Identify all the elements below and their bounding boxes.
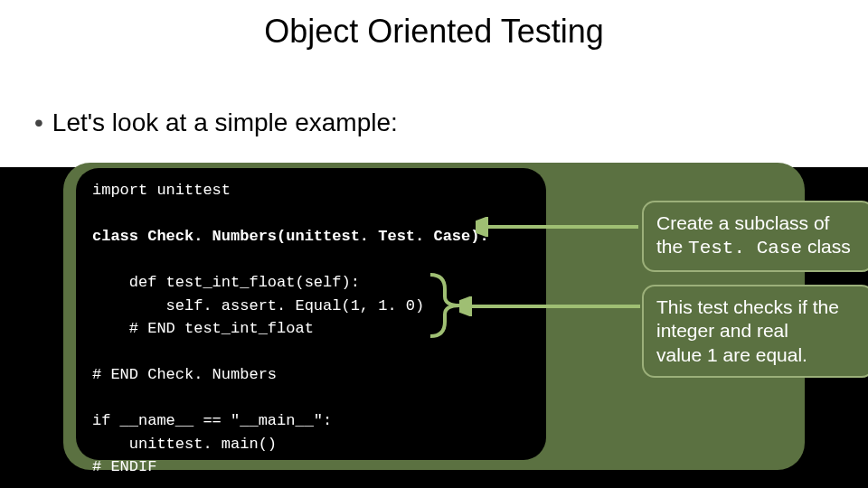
code-line-1: import unittest xyxy=(92,182,231,199)
slide-title: Object Oriented Testing xyxy=(0,13,868,51)
code-line-8: unittest. main() xyxy=(92,436,277,453)
code-line-4: self. assert. Equal(1, 1. 0) xyxy=(92,297,424,314)
code-line-7: if __name__ == "__main__": xyxy=(92,412,332,429)
arrow-subclass xyxy=(476,217,642,237)
bullet-text: Let's look at a simple example: xyxy=(52,108,398,136)
callout-subclass: Create a subclass of the Test. Case clas… xyxy=(642,201,868,272)
callout-subclass-line2-pre: the xyxy=(656,236,688,257)
code-line-3: def test_int_float(self): xyxy=(92,274,360,291)
bullet-row: •Let's look at a simple example: xyxy=(34,108,398,137)
callout-subclass-line1: Create a subclass of xyxy=(656,212,829,233)
callout-testcheck-line1: This test checks if the xyxy=(656,296,839,317)
callout-subclass-line2-post: class xyxy=(802,236,851,257)
arrow-testcheck xyxy=(459,296,644,316)
callout-testcheck-line3: value 1 are equal. xyxy=(656,344,807,365)
callout-testcheck-line2: integer and real xyxy=(656,320,788,341)
code-line-5: # END test_int_float xyxy=(92,320,314,337)
code-line-9: # ENDIF xyxy=(92,458,156,475)
callout-testcheck: This test checks if the integer and real… xyxy=(642,285,868,378)
bullet-dot-icon: • xyxy=(34,108,43,136)
code-line-2: class Check. Numbers(unittest. Test. Cas… xyxy=(92,228,489,245)
code-line-6: # END Check. Numbers xyxy=(92,366,277,383)
callout-subclass-mono: Test. Case xyxy=(688,238,802,258)
